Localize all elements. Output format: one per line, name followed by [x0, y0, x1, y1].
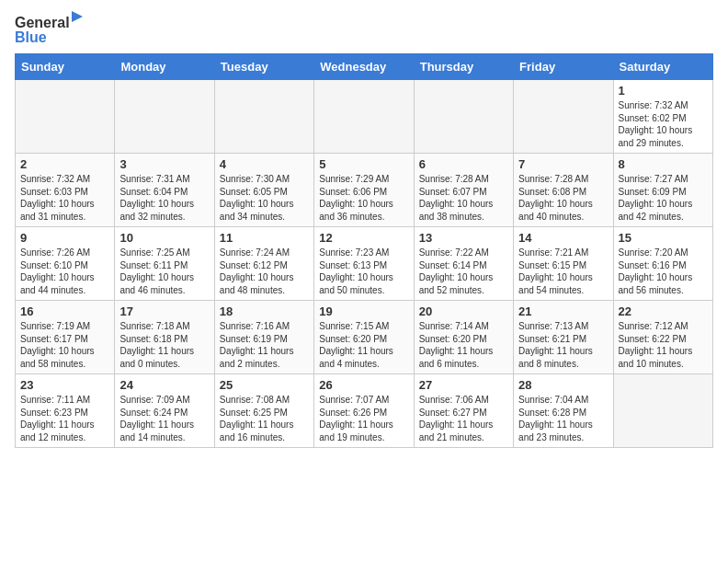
- page-header: General Blue: [15, 15, 713, 46]
- calendar-day-cell: [115, 80, 214, 154]
- calendar-day-cell: 12Sunrise: 7:23 AM Sunset: 6:13 PM Dayli…: [314, 227, 414, 301]
- day-info: Sunrise: 7:19 AM Sunset: 6:17 PM Dayligh…: [20, 320, 109, 370]
- svg-marker-0: [72, 11, 83, 22]
- day-info: Sunrise: 7:32 AM Sunset: 6:02 PM Dayligh…: [619, 99, 708, 149]
- day-number: 17: [119, 304, 209, 318]
- day-number: 27: [419, 378, 508, 392]
- day-info: Sunrise: 7:22 AM Sunset: 6:14 PM Dayligh…: [419, 247, 508, 296]
- calendar-week-row: 1Sunrise: 7:32 AM Sunset: 6:02 PM Daylig…: [16, 80, 713, 154]
- day-info: Sunrise: 7:06 AM Sunset: 6:27 PM Dayligh…: [419, 394, 508, 443]
- day-info: Sunrise: 7:09 AM Sunset: 6:24 PM Dayligh…: [119, 394, 209, 443]
- day-number: 6: [419, 157, 508, 171]
- day-number: 7: [518, 157, 608, 171]
- day-number: 24: [119, 378, 209, 392]
- day-info: Sunrise: 7:13 AM Sunset: 6:21 PM Dayligh…: [518, 320, 608, 370]
- day-number: 25: [220, 378, 309, 392]
- calendar-day-cell: 1Sunrise: 7:32 AM Sunset: 6:02 PM Daylig…: [613, 80, 712, 154]
- day-info: Sunrise: 7:28 AM Sunset: 6:08 PM Dayligh…: [518, 173, 608, 223]
- day-info: Sunrise: 7:32 AM Sunset: 6:03 PM Dayligh…: [20, 173, 109, 223]
- calendar-day-cell: [214, 80, 313, 154]
- day-number: 4: [220, 157, 309, 171]
- day-info: Sunrise: 7:24 AM Sunset: 6:12 PM Dayligh…: [220, 247, 309, 296]
- day-number: 3: [119, 157, 209, 171]
- calendar-day-cell: 16Sunrise: 7:19 AM Sunset: 6:17 PM Dayli…: [16, 301, 115, 374]
- day-info: Sunrise: 7:30 AM Sunset: 6:05 PM Dayligh…: [220, 173, 309, 223]
- day-number: 1: [619, 84, 708, 98]
- calendar-day-cell: 19Sunrise: 7:15 AM Sunset: 6:20 PM Dayli…: [314, 301, 414, 374]
- calendar-day-cell: 26Sunrise: 7:07 AM Sunset: 6:26 PM Dayli…: [314, 374, 414, 448]
- calendar-day-header: Friday: [514, 54, 613, 80]
- day-number: 16: [20, 304, 109, 318]
- day-number: 19: [319, 304, 408, 318]
- calendar-day-cell: 28Sunrise: 7:04 AM Sunset: 6:28 PM Dayli…: [514, 374, 613, 448]
- day-info: Sunrise: 7:07 AM Sunset: 6:26 PM Dayligh…: [319, 394, 408, 443]
- day-info: Sunrise: 7:28 AM Sunset: 6:07 PM Dayligh…: [419, 173, 508, 223]
- calendar-day-cell: [613, 374, 712, 448]
- calendar-day-cell: 8Sunrise: 7:27 AM Sunset: 6:09 PM Daylig…: [613, 154, 712, 227]
- day-info: Sunrise: 7:23 AM Sunset: 6:13 PM Dayligh…: [319, 247, 408, 296]
- day-info: Sunrise: 7:26 AM Sunset: 6:10 PM Dayligh…: [20, 247, 109, 296]
- calendar-day-header: Monday: [115, 54, 214, 80]
- calendar-day-cell: 11Sunrise: 7:24 AM Sunset: 6:12 PM Dayli…: [214, 227, 313, 301]
- day-number: 23: [20, 378, 109, 392]
- calendar-day-cell: 25Sunrise: 7:08 AM Sunset: 6:25 PM Dayli…: [214, 374, 313, 448]
- day-number: 10: [119, 231, 209, 245]
- day-number: 8: [619, 157, 708, 171]
- day-number: 21: [518, 304, 608, 318]
- day-info: Sunrise: 7:29 AM Sunset: 6:06 PM Dayligh…: [319, 173, 408, 223]
- calendar-day-header: Sunday: [16, 54, 115, 80]
- day-number: 12: [319, 231, 408, 245]
- calendar-day-cell: 9Sunrise: 7:26 AM Sunset: 6:10 PM Daylig…: [16, 227, 115, 301]
- calendar-day-cell: 10Sunrise: 7:25 AM Sunset: 6:11 PM Dayli…: [115, 227, 214, 301]
- calendar-day-cell: 17Sunrise: 7:18 AM Sunset: 6:18 PM Dayli…: [115, 301, 214, 374]
- calendar-day-cell: [314, 80, 414, 154]
- logo: General Blue: [15, 15, 70, 46]
- day-number: 14: [518, 231, 608, 245]
- day-info: Sunrise: 7:11 AM Sunset: 6:23 PM Dayligh…: [20, 394, 109, 443]
- logo-flag-icon: [70, 11, 85, 26]
- calendar-day-cell: 13Sunrise: 7:22 AM Sunset: 6:14 PM Dayli…: [414, 227, 513, 301]
- day-number: 13: [419, 231, 508, 245]
- logo-blue-text: Blue: [15, 29, 47, 46]
- calendar-day-cell: 5Sunrise: 7:29 AM Sunset: 6:06 PM Daylig…: [314, 154, 414, 227]
- day-info: Sunrise: 7:18 AM Sunset: 6:18 PM Dayligh…: [119, 320, 209, 370]
- logo-icon-wrapper: General: [15, 15, 70, 31]
- logo-container: General: [15, 15, 70, 31]
- day-info: Sunrise: 7:14 AM Sunset: 6:20 PM Dayligh…: [419, 320, 508, 370]
- day-number: 2: [20, 157, 109, 171]
- calendar-day-cell: 24Sunrise: 7:09 AM Sunset: 6:24 PM Dayli…: [115, 374, 214, 448]
- day-info: Sunrise: 7:08 AM Sunset: 6:25 PM Dayligh…: [220, 394, 309, 443]
- day-number: 18: [220, 304, 309, 318]
- calendar-week-row: 2Sunrise: 7:32 AM Sunset: 6:03 PM Daylig…: [16, 154, 713, 227]
- day-number: 28: [518, 378, 608, 392]
- calendar-day-header: Saturday: [613, 54, 712, 80]
- calendar-day-header: Thursday: [414, 54, 513, 80]
- day-info: Sunrise: 7:04 AM Sunset: 6:28 PM Dayligh…: [518, 394, 608, 443]
- day-number: 20: [419, 304, 508, 318]
- day-info: Sunrise: 7:21 AM Sunset: 6:15 PM Dayligh…: [518, 247, 608, 296]
- calendar-day-cell: 21Sunrise: 7:13 AM Sunset: 6:21 PM Dayli…: [514, 301, 613, 374]
- day-number: 5: [319, 157, 408, 171]
- calendar-week-row: 23Sunrise: 7:11 AM Sunset: 6:23 PM Dayli…: [16, 374, 713, 448]
- calendar-day-cell: 14Sunrise: 7:21 AM Sunset: 6:15 PM Dayli…: [514, 227, 613, 301]
- calendar-day-header: Wednesday: [314, 54, 414, 80]
- calendar-header-row: SundayMondayTuesdayWednesdayThursdayFrid…: [16, 54, 713, 80]
- calendar-day-cell: 27Sunrise: 7:06 AM Sunset: 6:27 PM Dayli…: [414, 374, 513, 448]
- calendar-day-cell: 3Sunrise: 7:31 AM Sunset: 6:04 PM Daylig…: [115, 154, 214, 227]
- day-info: Sunrise: 7:20 AM Sunset: 6:16 PM Dayligh…: [619, 247, 708, 296]
- day-info: Sunrise: 7:31 AM Sunset: 6:04 PM Dayligh…: [119, 173, 209, 223]
- calendar-day-cell: 2Sunrise: 7:32 AM Sunset: 6:03 PM Daylig…: [16, 154, 115, 227]
- day-info: Sunrise: 7:25 AM Sunset: 6:11 PM Dayligh…: [119, 247, 209, 296]
- calendar-day-cell: 6Sunrise: 7:28 AM Sunset: 6:07 PM Daylig…: [414, 154, 513, 227]
- calendar-day-cell: 18Sunrise: 7:16 AM Sunset: 6:19 PM Dayli…: [214, 301, 313, 374]
- calendar-table: SundayMondayTuesdayWednesdayThursdayFrid…: [15, 53, 713, 448]
- calendar-week-row: 16Sunrise: 7:19 AM Sunset: 6:17 PM Dayli…: [16, 301, 713, 374]
- calendar-day-cell: [414, 80, 513, 154]
- calendar-day-cell: 4Sunrise: 7:30 AM Sunset: 6:05 PM Daylig…: [214, 154, 313, 227]
- day-info: Sunrise: 7:15 AM Sunset: 6:20 PM Dayligh…: [319, 320, 408, 370]
- day-number: 22: [619, 304, 708, 318]
- calendar-day-cell: 20Sunrise: 7:14 AM Sunset: 6:20 PM Dayli…: [414, 301, 513, 374]
- day-number: 9: [20, 231, 109, 245]
- day-info: Sunrise: 7:16 AM Sunset: 6:19 PM Dayligh…: [220, 320, 309, 370]
- day-number: 26: [319, 378, 408, 392]
